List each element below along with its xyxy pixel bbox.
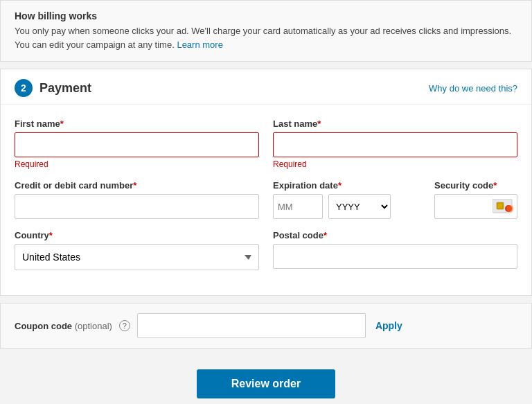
coupon-input[interactable] [137, 313, 366, 338]
review-order-button[interactable]: Review order [197, 369, 335, 398]
first-name-group: First name* Required [15, 118, 259, 169]
country-select-wrapper: United States Canada United Kingdom Aust… [15, 244, 259, 270]
postal-code-label: Postal code* [273, 230, 517, 240]
expiration-label: Expiration date* [273, 180, 420, 191]
payment-section: 2 Payment Why do we need this? First nam… [0, 69, 532, 296]
first-name-required-star: * [60, 118, 64, 129]
expiry-required-star: * [338, 180, 342, 191]
billing-info-text: You only pay when someone clicks your ad… [15, 24, 517, 51]
svg-point-4 [506, 205, 513, 212]
apply-button[interactable]: Apply [375, 320, 402, 331]
last-name-group: Last name* Required [273, 118, 517, 169]
country-label: Country* [15, 230, 259, 240]
svg-rect-2 [498, 204, 502, 208]
last-name-required-star: * [317, 118, 321, 129]
card-chip-icon [493, 199, 513, 214]
first-name-error: Required [15, 159, 259, 169]
security-code-group: Security code* [434, 180, 517, 219]
card-required-star: * [133, 180, 136, 191]
learn-more-link[interactable]: Learn more [177, 39, 222, 50]
coupon-help-icon[interactable]: ? [119, 320, 130, 331]
step-badge: 2 [15, 79, 33, 97]
card-number-label: Credit or debit card number* [15, 180, 259, 191]
card-number-input[interactable] [15, 194, 259, 219]
payment-title: Payment [39, 81, 91, 96]
card-row: Credit or debit card number* Expiration … [15, 180, 517, 219]
first-name-input[interactable] [15, 132, 259, 157]
card-number-group: Credit or debit card number* [15, 180, 259, 219]
security-required-star: * [493, 180, 497, 191]
country-group: Country* United States Canada United Kin… [15, 230, 259, 270]
postal-required-star: * [323, 230, 327, 240]
location-row: Country* United States Canada United Kin… [15, 230, 517, 270]
billing-description-text: You only pay when someone clicks your ad… [15, 26, 511, 50]
payment-header: 2 Payment Why do we need this? [1, 69, 531, 105]
coupon-label: Coupon code (optional) [15, 321, 112, 331]
coupon-optional-text: (optional) [75, 321, 112, 331]
last-name-error: Required [273, 159, 517, 169]
first-name-label: First name* [15, 118, 259, 129]
expiry-yyyy-select[interactable]: YYYY 2024 2025 2026 2027 2028 [328, 194, 391, 219]
coupon-section: Coupon code (optional) ? Apply [0, 303, 532, 349]
postal-code-input[interactable] [273, 244, 517, 269]
billing-info-title: How billing works [15, 10, 517, 21]
security-label: Security code* [434, 180, 517, 191]
country-select[interactable]: United States Canada United Kingdom Aust… [15, 244, 259, 270]
payment-form: First name* Required Last name* Required… [1, 105, 531, 295]
payment-title-group: 2 Payment [15, 79, 91, 97]
why-link[interactable]: Why do we need this? [429, 83, 517, 94]
postal-code-group: Postal code* [273, 230, 517, 270]
expiry-inputs: YYYY 2024 2025 2026 2027 2028 [273, 194, 420, 219]
name-row: First name* Required Last name* Required [15, 118, 517, 169]
last-name-input[interactable] [273, 132, 517, 157]
expiry-mm-input[interactable] [273, 194, 323, 219]
billing-info-section: How billing works You only pay when some… [0, 0, 532, 62]
security-code-wrapper [434, 194, 517, 219]
expiration-group: Expiration date* YYYY 2024 2025 2026 202… [273, 180, 420, 219]
country-required-star: * [49, 230, 53, 240]
last-name-label: Last name* [273, 118, 517, 129]
review-section: Review order [0, 355, 532, 404]
